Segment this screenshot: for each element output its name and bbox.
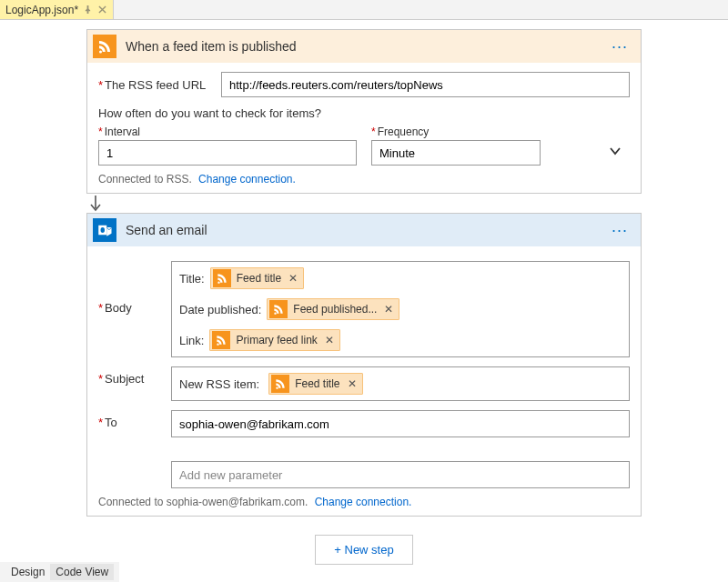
- rss-icon: [93, 35, 116, 58]
- action-card-header[interactable]: Send an email ···: [87, 214, 641, 246]
- how-often-label: How often do you want to check for items…: [98, 106, 630, 120]
- trigger-connection-status: Connected to RSS. Change connection.: [98, 173, 630, 186]
- body-field[interactable]: Title: Feed title ✕ Date published:: [171, 261, 630, 357]
- to-input[interactable]: [171, 410, 630, 437]
- rss-icon: [212, 331, 230, 349]
- chevron-down-icon: [608, 144, 622, 158]
- subject-field[interactable]: New RSS item: Feed title ✕: [171, 366, 630, 401]
- token-remove-icon[interactable]: ✕: [288, 272, 298, 285]
- body-link-prefix: Link:: [179, 334, 204, 347]
- token-remove-icon[interactable]: ✕: [325, 334, 334, 346]
- trigger-change-connection-link[interactable]: Change connection.: [198, 173, 296, 186]
- action-menu-button[interactable]: ···: [608, 226, 632, 234]
- token-remove-icon[interactable]: ✕: [384, 303, 393, 316]
- token-primary-feed-link[interactable]: Primary feed link ✕: [209, 329, 339, 351]
- token-feed-published[interactable]: Feed published... ✕: [267, 298, 399, 320]
- body-label: *Body: [98, 261, 171, 315]
- action-change-connection-link[interactable]: Change connection.: [315, 496, 412, 508]
- trigger-card-header[interactable]: When a feed item is published ···: [87, 30, 641, 63]
- interval-input[interactable]: [98, 140, 357, 166]
- frequency-label: *Frequency: [371, 125, 630, 138]
- trigger-menu-button[interactable]: ···: [608, 43, 632, 50]
- outlook-icon: [93, 218, 116, 242]
- to-label: *To: [98, 410, 171, 429]
- action-card: Send an email ··· *Body Title: Feed titl…: [86, 213, 642, 517]
- file-tab-bar: LogicApp.json*: [0, 0, 728, 20]
- new-step-button[interactable]: + New step: [315, 535, 412, 565]
- rss-icon: [269, 300, 288, 318]
- file-tab-title: LogicApp.json*: [5, 4, 78, 16]
- rss-url-input[interactable]: [221, 72, 630, 97]
- rss-icon: [213, 269, 231, 287]
- body-title-prefix: Title:: [179, 272, 205, 286]
- rss-icon: [271, 375, 289, 393]
- design-tab[interactable]: Design: [5, 564, 50, 574]
- token-feed-title[interactable]: Feed title ✕: [268, 373, 362, 395]
- subject-label: *Subject: [98, 366, 171, 386]
- file-tab[interactable]: LogicApp.json*: [0, 0, 114, 19]
- trigger-title: When a feed item is published: [126, 39, 608, 54]
- token-remove-icon[interactable]: ✕: [348, 377, 357, 390]
- frequency-select[interactable]: [371, 140, 541, 166]
- body-date-prefix: Date published:: [179, 303, 261, 316]
- subject-prefix: New RSS item:: [179, 377, 259, 391]
- code-view-tab[interactable]: Code View: [50, 564, 114, 574]
- close-icon[interactable]: [96, 5, 107, 15]
- flow-arrow-icon: [86, 194, 642, 214]
- add-parameter-button[interactable]: Add new parameter: [171, 461, 630, 488]
- action-title: Send an email: [126, 223, 608, 237]
- interval-label: *Interval: [98, 125, 357, 138]
- trigger-card: When a feed item is published ··· *The R…: [86, 29, 642, 194]
- token-feed-title[interactable]: Feed title ✕: [210, 267, 304, 289]
- rss-url-label: *The RSS feed URL: [98, 78, 221, 92]
- view-switcher: Design Code View: [0, 562, 119, 574]
- action-connection-status: Connected to sophia-owen@fabrikam.com. C…: [98, 496, 630, 508]
- pin-icon[interactable]: [82, 5, 93, 15]
